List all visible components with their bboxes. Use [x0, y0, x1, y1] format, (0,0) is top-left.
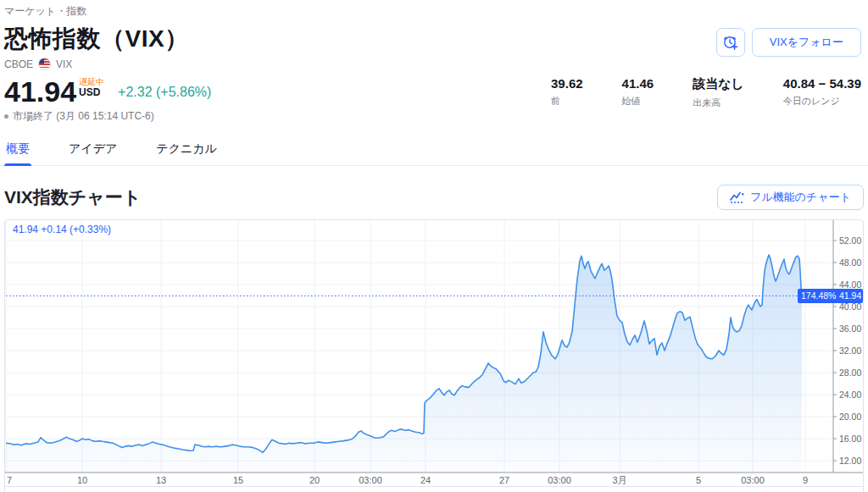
- svg-text:16.00: 16.00: [839, 434, 861, 444]
- vix-overview-page: マーケット・指数 恐怖指数（VIX） CBOE VIX VIXをフォロー 41.…: [0, 4, 868, 492]
- full-chart-button[interactable]: フル機能のチャート: [717, 185, 864, 210]
- price-value: 41.94: [4, 76, 76, 107]
- market-closed-dot-icon: [4, 114, 8, 119]
- svg-text:12.00: 12.00: [839, 456, 861, 466]
- alarm-plus-icon: [722, 35, 738, 51]
- stat-label: 前: [551, 95, 583, 108]
- stat-item: 39.62前: [551, 76, 583, 109]
- tab-概要[interactable]: 概要: [4, 134, 31, 165]
- currency-label: USD: [79, 86, 104, 98]
- svg-text:03:00: 03:00: [359, 475, 382, 485]
- svg-text:20: 20: [309, 475, 320, 485]
- tab-テクニカル[interactable]: テクニカル: [154, 134, 219, 165]
- svg-text:28.00: 28.00: [839, 368, 861, 378]
- stat-value: 39.62: [551, 76, 583, 91]
- chart-section-header: VIX指数チャート フル機能のチャート: [4, 185, 864, 210]
- add-alert-button[interactable]: [716, 28, 745, 57]
- market-status-row: 市場終了 (3月 06 15:14 UTC-6): [4, 109, 864, 124]
- svg-text:13: 13: [156, 475, 166, 485]
- chart-toolbar: 1日5日1ヶ月3ヶ月6ヶ月年初来1年5年すべて % ログスケール: [5, 486, 863, 492]
- svg-text:32.00: 32.00: [839, 346, 861, 356]
- svg-text:24.00: 24.00: [839, 390, 861, 400]
- svg-text:24: 24: [420, 475, 431, 485]
- svg-text:52.00: 52.00: [839, 235, 861, 246]
- svg-text:48.00: 48.00: [839, 257, 861, 268]
- stat-value: 41.46: [622, 76, 654, 91]
- y-axis-labels: 52.0048.0044.0040.0036.0032.0028.0024.00…: [833, 235, 861, 466]
- tab-bar: 概要アイデアテクニカル: [0, 134, 868, 166]
- svg-text:27: 27: [499, 475, 509, 485]
- price-change: +2.32 (+5.86%): [118, 85, 211, 100]
- svg-text:44.00: 44.00: [839, 279, 861, 290]
- stat-label: 始値: [622, 95, 654, 108]
- svg-text:9: 9: [803, 475, 808, 485]
- svg-text:10: 10: [77, 475, 87, 485]
- svg-text:7: 7: [7, 475, 12, 485]
- stat-value: 該当なし: [693, 76, 744, 92]
- svg-text:15: 15: [233, 475, 243, 485]
- exchange-label: CBOE: [4, 58, 33, 70]
- tab-アイデア[interactable]: アイデア: [67, 134, 119, 165]
- svg-text:36.00: 36.00: [839, 323, 861, 334]
- key-stats: 39.62前41.46始値該当なし出来高40.84 − 54.39今日のレンジ: [551, 76, 861, 109]
- vix-price-chart[interactable]: 52.0048.0044.0040.0036.0032.0028.0024.00…: [5, 220, 863, 486]
- header-actions: VIXをフォロー: [716, 28, 861, 57]
- svg-text:5: 5: [696, 475, 701, 485]
- stat-item: 40.84 − 54.39今日のレンジ: [783, 76, 861, 109]
- breadcrumb[interactable]: マーケット・指数: [4, 4, 864, 19]
- area-fill: [6, 255, 802, 473]
- svg-text:20.00: 20.00: [839, 412, 861, 422]
- stat-item: 該当なし出来高: [693, 76, 744, 109]
- us-flag-icon: [38, 58, 51, 70]
- current-price-value: 41.94: [839, 290, 861, 301]
- chart-card: 52.0048.0044.0040.0036.0032.0028.0024.00…: [4, 219, 864, 492]
- stat-item: 41.46始値: [622, 76, 654, 109]
- stat-label: 出来高: [693, 97, 744, 109]
- stat-value: 40.84 − 54.39: [783, 76, 861, 91]
- follow-button[interactable]: VIXをフォロー: [752, 28, 861, 57]
- symbol-row: CBOE VIX: [4, 58, 864, 70]
- chart-legend: 41.94 +0.14 (+0.33%): [13, 224, 111, 235]
- chart-line-icon: [730, 191, 744, 203]
- symbol-label: VIX: [56, 58, 72, 70]
- section-title: VIX指数チャート: [4, 185, 141, 209]
- delayed-badge: 遅延中: [79, 77, 104, 86]
- market-status: 市場終了 (3月 06 15:14 UTC-6): [13, 109, 154, 124]
- svg-text:03:00: 03:00: [741, 475, 765, 485]
- x-axis-labels: 71013152003:00242703:003月503:009: [7, 475, 808, 485]
- stat-label: 今日のレンジ: [783, 95, 861, 108]
- percent-change-label: 174.48%: [801, 290, 836, 301]
- svg-text:03:00: 03:00: [548, 475, 571, 485]
- svg-text:3月: 3月: [612, 475, 626, 485]
